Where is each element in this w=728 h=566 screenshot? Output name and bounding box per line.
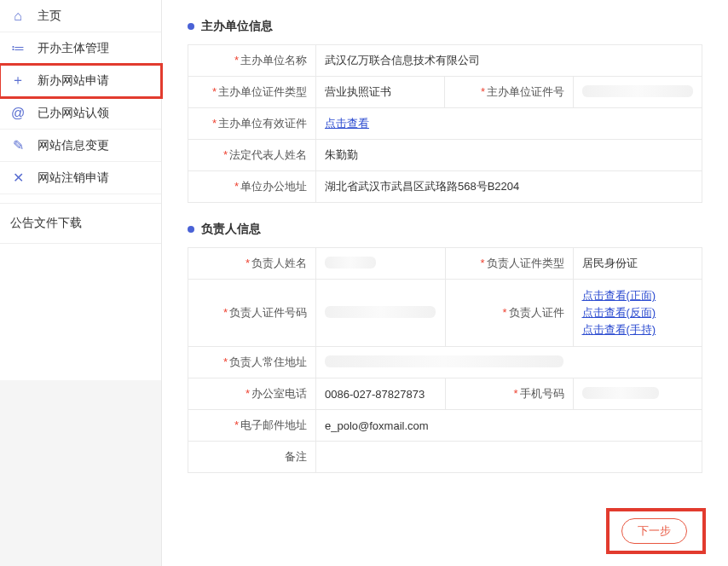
sidebar: ⌂ 主页 ≔ 开办主体管理 ＋ 新办网站申请 @ 已办网站认领 ✎ 网站信息变更… xyxy=(0,0,162,566)
view-cert-link[interactable]: 点击查看 xyxy=(325,117,369,130)
value-remark xyxy=(316,442,702,473)
label-valid-cert: *主办单位有效证件 xyxy=(188,108,316,140)
sidebar-item-label: 主页 xyxy=(38,9,61,24)
id-back-link[interactable]: 点击查看(反面) xyxy=(582,304,694,321)
sidebar-filler xyxy=(0,380,161,566)
value-valid-cert: 点击查看 xyxy=(316,108,702,140)
next-button[interactable]: 下一步 xyxy=(621,518,687,544)
redacted-value xyxy=(325,355,563,367)
label-legal-name: *法定代表人姓名 xyxy=(188,140,316,171)
value-person-name xyxy=(316,248,446,280)
sidebar-item-label: 网站注销申请 xyxy=(38,170,109,186)
main-content: 主办单位信息 *主办单位名称 武汉亿万联合信息技术有限公司 *主办单位证件类型 … xyxy=(162,0,728,566)
sidebar-item-site-cancel[interactable]: ✕ 网站注销申请 xyxy=(0,162,161,194)
value-id-type: 居民身份证 xyxy=(573,248,702,280)
value-legal-name: 朱勤勤 xyxy=(316,140,702,171)
label-email: *电子邮件地址 xyxy=(188,410,316,442)
label-mobile: *手机号码 xyxy=(445,378,573,410)
home-icon: ⌂ xyxy=(10,9,26,24)
id-hold-link[interactable]: 点击查看(手持) xyxy=(582,321,694,338)
label-person-name: *负责人姓名 xyxy=(188,248,316,280)
value-cert-type: 营业执照证书 xyxy=(316,77,445,108)
sidebar-item-label: 网站信息变更 xyxy=(38,138,109,153)
value-mobile xyxy=(573,378,702,410)
announcement-download[interactable]: 公告文件下载 xyxy=(0,204,161,244)
at-icon: @ xyxy=(10,106,26,121)
sidebar-item-label: 新办网站申请 xyxy=(38,73,109,89)
sidebar-item-org-manage[interactable]: ≔ 开办主体管理 xyxy=(0,32,161,65)
value-id-no xyxy=(316,280,446,347)
footer: 下一步 xyxy=(610,511,702,551)
value-person-addr xyxy=(316,347,702,378)
sidebar-item-site-edit[interactable]: ✎ 网站信息变更 xyxy=(0,130,161,162)
value-office-tel: 0086-027-87827873 xyxy=(316,378,446,410)
label-cert-no: *主办单位证件号 xyxy=(445,77,574,108)
label-id-file: *负责人证件 xyxy=(445,280,573,347)
sidebar-item-claim-site[interactable]: @ 已办网站认领 xyxy=(0,97,161,130)
label-person-addr: *负责人常住地址 xyxy=(188,347,316,378)
section-title-text: 主办单位信息 xyxy=(201,19,273,34)
bullet-icon xyxy=(188,23,194,30)
plus-icon: ＋ xyxy=(10,72,26,90)
label-office-tel: *办公室电话 xyxy=(188,378,316,410)
close-icon: ✕ xyxy=(10,170,26,186)
id-front-link[interactable]: 点击查看(正面) xyxy=(582,287,694,304)
redacted-value xyxy=(325,257,376,269)
sidebar-lower: 公告文件下载 xyxy=(0,203,161,244)
section-person-info: 负责人信息 *负责人姓名 *负责人证件类型 居民身份证 *负责人证件号码 *负责… xyxy=(188,222,702,473)
nav-list: ⌂ 主页 ≔ 开办主体管理 ＋ 新办网站申请 @ 已办网站认领 ✎ 网站信息变更… xyxy=(0,0,161,194)
label-remark: 备注 xyxy=(188,442,316,473)
edit-icon: ✎ xyxy=(10,137,26,153)
list-icon: ≔ xyxy=(10,40,26,56)
label-id-type: *负责人证件类型 xyxy=(445,248,573,280)
section-org-info: 主办单位信息 *主办单位名称 武汉亿万联合信息技术有限公司 *主办单位证件类型 … xyxy=(188,19,702,203)
label-office-addr: *单位办公地址 xyxy=(188,171,316,203)
value-cert-no xyxy=(574,77,702,108)
value-office-addr: 湖北省武汉市武昌区武珞路568号B2204 xyxy=(316,171,702,203)
redacted-value xyxy=(582,85,693,97)
section-title-person: 负责人信息 xyxy=(188,222,702,237)
value-id-file: 点击查看(正面) 点击查看(反面) 点击查看(手持) xyxy=(573,280,702,347)
bullet-icon xyxy=(188,226,194,233)
section-title-org: 主办单位信息 xyxy=(188,19,702,34)
sidebar-item-new-site-apply[interactable]: ＋ 新办网站申请 xyxy=(0,65,161,97)
next-button-highlight-frame: 下一步 xyxy=(610,511,702,551)
sidebar-item-home[interactable]: ⌂ 主页 xyxy=(0,0,161,32)
sidebar-item-label: 已办网站认领 xyxy=(38,106,109,121)
section-title-text: 负责人信息 xyxy=(201,222,261,237)
redacted-value xyxy=(325,306,436,318)
redacted-value xyxy=(582,387,659,399)
label-cert-type: *主办单位证件类型 xyxy=(188,77,316,108)
value-email: e_polo@foxmail.com xyxy=(316,410,702,442)
label-id-no: *负责人证件号码 xyxy=(188,280,316,347)
label-org-name: *主办单位名称 xyxy=(188,45,316,77)
person-info-table: *负责人姓名 *负责人证件类型 居民身份证 *负责人证件号码 *负责人证件 点击… xyxy=(188,247,702,473)
sidebar-item-label: 开办主体管理 xyxy=(38,41,109,56)
value-org-name: 武汉亿万联合信息技术有限公司 xyxy=(316,45,702,77)
org-info-table: *主办单位名称 武汉亿万联合信息技术有限公司 *主办单位证件类型 营业执照证书 … xyxy=(188,44,702,203)
